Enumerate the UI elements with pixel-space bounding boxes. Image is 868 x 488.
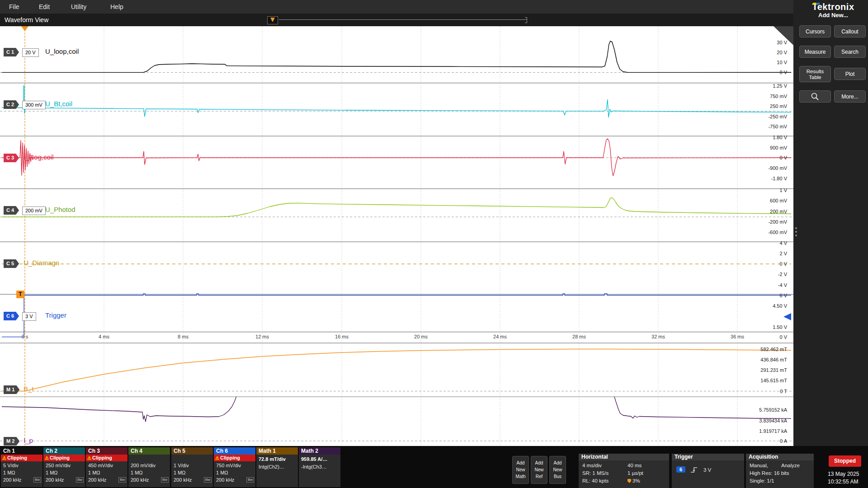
record-view-end-bracket [525,17,527,23]
ch3-vdiv: 450 mV/div [88,463,113,468]
ch5-axis-label: 2 V [779,251,787,256]
ch4-badge[interactable]: C 4 [4,206,19,215]
ch2-bandwidth: 200 kHz [46,477,64,483]
time-tick: 24 ms [487,334,513,339]
zoom-tool-button[interactable] [799,90,831,103]
add-new-math-button[interactable]: AddNewMath [512,456,529,484]
ch3-label[interactable]: I_Rog,coil [24,153,54,161]
menu-help[interactable]: Help [110,3,123,10]
ch1-scale-box[interactable]: 20 V [22,48,39,57]
warning-icon: ⚠ [2,455,6,460]
math2-badge[interactable]: M 2 [4,437,19,446]
ch4-label[interactable]: U_Photod [45,206,75,213]
trigger-level: 3 V [703,467,711,473]
ch1-vdiv: 5 V/div [3,463,19,468]
ch2-config-cell[interactable]: ⚠Clipping 250 mV/div 1 MΩ 200 kHz Bw [43,455,85,487]
record-view-bar[interactable] [279,19,527,20]
ch2-scale-box[interactable]: 300 mV [22,101,46,109]
ch4-scale-box[interactable]: 200 mV [22,206,46,215]
math1-axis-label: 436.846 mT [760,357,787,362]
trigger-panel[interactable]: Trigger 6 3 V [672,454,744,488]
ch5-axis-label: 4 V [779,240,787,246]
ch2-badge[interactable]: C 2 [4,100,19,109]
record-view-trigger-box[interactable] [267,16,278,24]
ch4-axis-label: -600 mV [768,230,787,235]
acquisition-panel[interactable]: Acquisition Manual, Analyze High Res: 16… [746,454,814,488]
ch5-config-cell[interactable]: 1 V/div 1 MΩ 200 kHz Bw [171,455,213,487]
ch3-config-cell[interactable]: ⚠Clipping 450 mV/div 1 MΩ 200 kHz Bw [86,455,127,487]
acquisition-analyze: Analyze [781,463,800,468]
ch1-label[interactable]: U_loop,coil [45,47,79,55]
ch5-axis-label: -2 V [778,272,787,277]
status-time: 10:32:55 AM [828,479,858,485]
add-new-bus-button[interactable]: AddNewBus [549,456,566,484]
tektronix-logo: Tektronix [799,2,867,12]
ch3-impedance: 1 MΩ [88,470,100,475]
ch5-bw-limit-badge: Bw [204,477,212,483]
math1-config-cell[interactable]: 72.8 mT/div Intg(Ch2)… [256,455,298,487]
math1-axis-label: 582.462 mT [760,347,787,352]
oscilloscope-app: { "menu": {"items": ["File", "Edit", "Ut… [0,0,868,488]
ch2-label[interactable]: U_Bt,coil [45,100,72,108]
results-table-button[interactable]: Results Table [799,66,831,82]
horizontal-panel[interactable]: Horizontal 4 ms/div 40 ms SR: 1 MS/s 1 µ… [579,454,669,488]
ch5-label[interactable]: U_Diamagn [24,259,59,267]
tab-math1[interactable]: Math 1 [256,447,298,455]
ch6-badge[interactable]: C 6 [4,312,19,320]
math1-label[interactable]: B_t [24,385,34,393]
warning-icon: ⚠ [87,455,91,460]
time-tick: 4 ms [91,334,117,339]
ch4-config-cell[interactable]: 200 mV/div 1 MΩ 200 kHz Bw [128,455,170,487]
waveform-canvas [0,26,793,446]
ch1-axis-label: 0 V [779,70,787,75]
ch4-bandwidth: 200 kHz [131,477,149,483]
time-tick: 32 ms [646,334,671,339]
math1-badge[interactable]: M 1 [4,385,19,394]
sample-resolution: 1 µs/pt [627,470,643,476]
tab-math2[interactable]: Math 2 [299,447,340,455]
run-stop-status-badge[interactable]: Stopped [829,455,861,467]
ch6-config-cell[interactable]: ⚠Clipping 750 mV/div 1 MΩ 200 kHz Bw [214,455,255,487]
ch5-bandwidth: 200 kHz [174,477,192,483]
trigger-time-marker-icon[interactable] [21,26,28,31]
ch2-vdiv: 250 mV/div [46,463,71,468]
acquisition-run: Single: 1/1 [750,478,774,483]
tab-ch6[interactable]: Ch 6 [214,447,255,455]
cursors-button[interactable]: Cursors [799,25,831,38]
ch1-badge[interactable]: C 1 [4,48,19,56]
ch6-label[interactable]: Trigger [45,311,66,319]
ch2-trace [2,86,791,117]
math2-label[interactable]: I_p [24,436,33,444]
ch5-badge[interactable]: C 5 [4,259,19,268]
math2-axis-label: 1.919717 kA [759,428,787,434]
ch1-config-cell[interactable]: ⚠Clipping 5 V/div 1 MΩ 200 kHz Bw [1,455,42,487]
menu-utility[interactable]: Utility [71,3,86,10]
callout-button[interactable]: Callout [834,25,866,38]
menu-file[interactable]: File [9,3,19,10]
add-new-ref-button[interactable]: AddNewRef [531,456,547,484]
plot-button[interactable]: Plot [834,68,866,80]
menu-edit[interactable]: Edit [39,3,50,10]
tab-ch1[interactable]: Ch 1 [1,447,42,455]
ch6-bandwidth: 200 kHz [216,477,234,483]
grid-zero-lines [0,72,793,441]
tab-ch4[interactable]: Ch 4 [128,447,170,455]
ch6-scale-box[interactable]: 3 V [22,312,36,321]
math2-config-cell[interactable]: 959.85 A/… -Intg(Ch3… [299,455,340,487]
tab-ch2[interactable]: Ch 2 [43,447,85,455]
ch2-axis-label: -750 mV [768,124,787,129]
waveform-plot-area[interactable]: T C 1 20 V U_loop,coil C 2 300 mV U_Bt,c… [0,26,793,446]
measure-button[interactable]: Measure [799,46,831,58]
search-button[interactable]: Search [834,46,866,58]
ch3-badge[interactable]: C 3 [4,154,19,162]
panel-splitter-handle[interactable] [795,225,797,238]
time-tick: 0 s [12,334,38,339]
trigger-source-marker[interactable]: T [16,291,24,298]
trigger-level-arrow-icon[interactable] [783,313,791,320]
ch4-axis-label: 600 mV [770,198,787,203]
more-button[interactable]: More... [834,90,866,103]
ch4-trace [2,197,791,217]
tab-ch3[interactable]: Ch 3 [86,447,127,455]
acquisition-mode: Manual, [750,463,768,468]
tab-ch5[interactable]: Ch 5 [171,447,213,455]
